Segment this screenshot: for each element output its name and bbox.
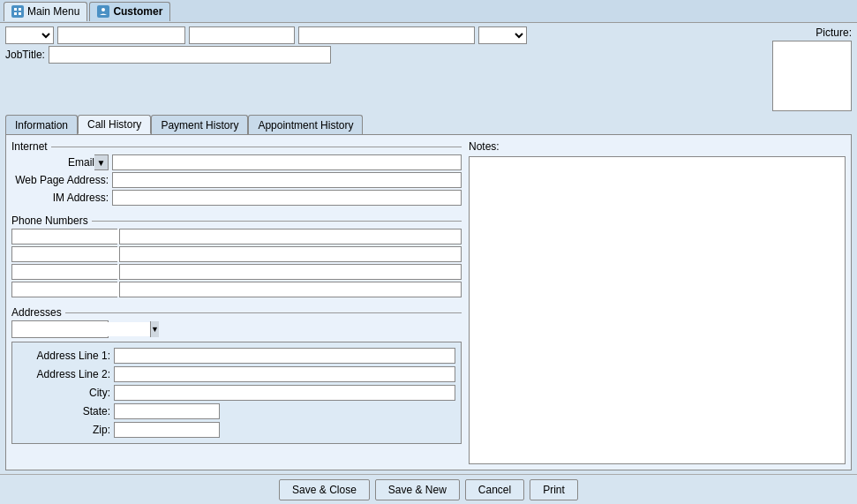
webpage-row: Web Page Address: bbox=[11, 172, 462, 188]
zip-row: Zip: bbox=[18, 422, 455, 438]
phone-row-1: ▼ bbox=[11, 229, 462, 244]
phone-type-box-3: ▼ bbox=[11, 264, 117, 280]
tab-right-column: Notes: bbox=[469, 140, 846, 464]
zip-input[interactable] bbox=[114, 422, 220, 438]
jobtitle-label: JobTitle: bbox=[5, 49, 45, 61]
webpage-input[interactable] bbox=[112, 172, 462, 188]
picture-label: Picture: bbox=[816, 26, 852, 39]
phone-num-input-4[interactable] bbox=[119, 282, 462, 297]
internet-section-header: Internet bbox=[11, 140, 462, 153]
city-row: City: bbox=[18, 385, 455, 401]
picture-box bbox=[772, 41, 852, 111]
phone-type-box-4: ▼ bbox=[11, 282, 117, 297]
state-input[interactable] bbox=[114, 403, 220, 419]
last-name-input[interactable] bbox=[298, 26, 475, 44]
addresses-section-header: Addresses bbox=[11, 306, 462, 319]
address-line1-label: Address Line 1: bbox=[18, 350, 110, 362]
zip-label: Zip: bbox=[18, 424, 110, 436]
email-row: Email ▼ bbox=[11, 154, 462, 170]
tab-payment-history[interactable]: Payment History bbox=[151, 115, 248, 134]
address-line2-label: Address Line 2: bbox=[18, 368, 110, 380]
title-bar: Main Menu Customer bbox=[0, 0, 857, 23]
address-type-select: Business ▼ bbox=[11, 320, 109, 338]
webpage-label: Web Page Address: bbox=[11, 174, 109, 186]
tab-main-menu-label: Main Menu bbox=[27, 5, 79, 18]
cancel-button[interactable]: Cancel bbox=[465, 479, 524, 500]
print-button[interactable]: Print bbox=[530, 479, 578, 500]
addresses-section: Addresses Business ▼ Address Line 1: Add… bbox=[11, 306, 462, 444]
top-row: Mr. Ms. Dr. Jr. Sr. III JobTitle: bbox=[5, 26, 852, 111]
internet-section: Internet Email ▼ Web Page Address: bbox=[11, 140, 462, 207]
form-container: Mr. Ms. Dr. Jr. Sr. III JobTitle: bbox=[0, 23, 857, 474]
phone-num-input-1[interactable] bbox=[119, 229, 462, 244]
phone-section-header: Phone Numbers bbox=[11, 214, 462, 227]
address-line1-row: Address Line 1: bbox=[18, 348, 455, 364]
address-type-dropdown[interactable]: ▼ bbox=[150, 321, 159, 337]
save-close-button[interactable]: Save & Close bbox=[279, 479, 370, 500]
middle-name-input[interactable] bbox=[189, 26, 295, 44]
email-label: Email bbox=[68, 156, 94, 169]
tab-customer[interactable]: Customer bbox=[89, 2, 170, 21]
address-line2-row: Address Line 2: bbox=[18, 366, 455, 382]
phone-num-input-3[interactable] bbox=[119, 264, 462, 280]
save-new-button[interactable]: Save & New bbox=[375, 479, 460, 500]
svg-rect-3 bbox=[19, 12, 21, 15]
first-name-input[interactable] bbox=[57, 26, 185, 44]
tab-panel: Internet Email ▼ Web Page Address: bbox=[5, 134, 852, 470]
svg-rect-1 bbox=[19, 8, 21, 11]
im-label: IM Address: bbox=[11, 192, 109, 204]
suffix-select[interactable]: Jr. Sr. III bbox=[478, 26, 527, 44]
email-type-dropdown[interactable]: ▼ bbox=[94, 154, 109, 170]
bottom-bar: Save & Close Save & New Cancel Print bbox=[0, 474, 857, 504]
grid-icon bbox=[11, 5, 24, 18]
address-line1-input[interactable] bbox=[114, 348, 455, 364]
state-row: State: bbox=[18, 403, 455, 419]
picture-area: Picture: bbox=[772, 26, 852, 111]
jobtitle-input[interactable] bbox=[49, 46, 331, 64]
city-label: City: bbox=[18, 387, 110, 399]
name-fields: Mr. Ms. Dr. Jr. Sr. III JobTitle: bbox=[5, 26, 769, 64]
address-type-text[interactable]: Business bbox=[12, 322, 150, 336]
im-input[interactable] bbox=[112, 190, 462, 206]
phone-num-input-2[interactable] bbox=[119, 246, 462, 262]
phone-type-box-1: ▼ bbox=[11, 229, 117, 244]
notes-label: Notes: bbox=[469, 140, 846, 153]
tab-appointment-history[interactable]: Appointment History bbox=[248, 115, 363, 134]
tab-customer-label: Customer bbox=[113, 5, 162, 18]
svg-rect-0 bbox=[14, 8, 17, 11]
svg-rect-2 bbox=[14, 12, 17, 15]
tab-main-menu[interactable]: Main Menu bbox=[4, 2, 87, 21]
person-icon bbox=[97, 5, 109, 18]
phone-row-2: ▼ bbox=[11, 246, 462, 262]
address-type-row: Business ▼ bbox=[11, 320, 462, 338]
im-row: IM Address: bbox=[11, 190, 462, 206]
tabs-bar: Information Call History Payment History… bbox=[5, 115, 852, 134]
address-fields-box: Address Line 1: Address Line 2: City: St… bbox=[11, 342, 462, 444]
city-input[interactable] bbox=[114, 385, 455, 401]
name-row: Mr. Ms. Dr. Jr. Sr. III bbox=[5, 26, 769, 44]
notes-textarea[interactable] bbox=[469, 156, 846, 464]
email-combo: Email ▼ bbox=[11, 154, 109, 170]
phone-section: Phone Numbers ▼ ▼ bbox=[11, 214, 462, 299]
state-label: State: bbox=[18, 405, 110, 417]
email-label-area: Email ▼ bbox=[11, 154, 109, 170]
phone-row-4: ▼ bbox=[11, 282, 462, 297]
svg-point-4 bbox=[101, 8, 105, 11]
phone-row-3: ▼ bbox=[11, 264, 462, 280]
jobtitle-row: JobTitle: bbox=[5, 46, 769, 64]
email-input[interactable] bbox=[112, 154, 462, 170]
phone-type-box-2: ▼ bbox=[11, 246, 117, 262]
tab-information[interactable]: Information bbox=[5, 115, 78, 134]
tab-call-history[interactable]: Call History bbox=[78, 115, 151, 134]
address-line2-input[interactable] bbox=[114, 366, 455, 382]
title-prefix-select[interactable]: Mr. Ms. Dr. bbox=[5, 26, 54, 44]
tab-left-column: Internet Email ▼ Web Page Address: bbox=[11, 140, 462, 464]
